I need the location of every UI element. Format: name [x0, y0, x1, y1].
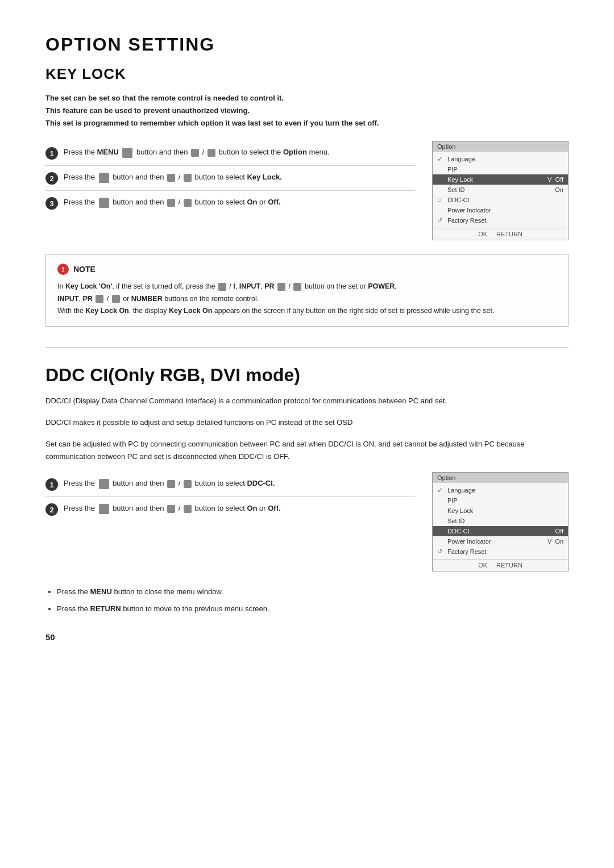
nav-right-icon-3: [184, 199, 192, 207]
ddc-osd-item-pip: PIP: [433, 495, 568, 506]
ddc-osd-empty-pi: [437, 537, 445, 545]
osd-item-setid: Set ID On: [433, 185, 568, 195]
note-btn-icon-4: [96, 295, 103, 303]
note-label: NOTE: [73, 265, 96, 274]
osd-title: Option: [433, 141, 568, 152]
ddc-step-number-2: 2: [45, 503, 58, 516]
note-btn-icon-1: [218, 283, 226, 291]
osd-return: RETURN: [496, 231, 522, 237]
note-text: In Key Lock 'On', if the set is turned o…: [57, 281, 557, 317]
ddc-ci-step-1: 1 Press the button and then / button to …: [45, 472, 415, 497]
ddc-ci-body-2: DDC/CI makes it possible to adjust and s…: [45, 416, 569, 429]
osd-setid-value: On: [555, 186, 563, 193]
osd-item-power-indicator: Power Indicator: [433, 205, 568, 215]
up-button-icon-3: [99, 198, 109, 208]
ddc-ci-title: DDC CI(Only RGB, DVI mode): [45, 365, 569, 386]
step-number-2: 2: [45, 172, 58, 185]
ddc-step-1-content: Press the button and then / button to se…: [64, 478, 415, 489]
osd-circle-icon: ○: [437, 196, 445, 204]
page-main-title: OPTION SETTING: [45, 34, 569, 55]
note-box: ! NOTE In Key Lock 'On', if the set is t…: [45, 254, 569, 327]
ddc-osd-item-power: Power Indicator V On: [433, 536, 568, 546]
note-header: ! NOTE: [57, 264, 557, 275]
ddc-nav-right-2: [184, 505, 192, 513]
ddc-ci-osd-screen: Option ✓ Language PIP Key Lock Set ID ○ …: [432, 472, 569, 571]
ddc-osd-check-icon: ✓: [437, 486, 445, 494]
up-button-icon: [99, 173, 109, 183]
osd-arrow-icon: ↺: [437, 216, 445, 224]
osd-keylock-value: V Off: [547, 176, 563, 183]
menu-button-icon: [122, 148, 132, 158]
ddc-osd-empty-kl: [437, 507, 445, 515]
step-1-content: Press the MENU button and then / button …: [64, 147, 415, 158]
key-lock-steps-panel: 1 Press the MENU button and then / butto…: [45, 141, 569, 240]
ddc-up-btn-2: [99, 504, 109, 514]
step-number-1: 1: [45, 147, 58, 160]
ddc-osd-power-value: V On: [547, 538, 563, 545]
nav-button-icon-2: [208, 149, 215, 157]
page-number: 50: [45, 632, 569, 642]
note-btn-icon-3: [293, 283, 301, 291]
osd-item-ddcci: ○ DDC-CI: [433, 195, 568, 205]
osd-item-keylock: Key Lock V Off: [433, 174, 568, 185]
ddc-osd-item-setid: Set ID: [433, 516, 568, 526]
footer-note-2: Press the RETURN button to move to the p…: [57, 602, 569, 615]
ddc-nav-left-2: [167, 505, 175, 513]
step-3-content: Press the button and then / button to se…: [64, 197, 415, 208]
step-number-3: 3: [45, 197, 58, 210]
osd-empty-icon-pi: [437, 206, 445, 214]
ddc-osd-item-ddcci: ○ DDC-CI Off: [433, 526, 568, 536]
ddc-osd-footer: OK RETURN: [433, 559, 568, 571]
note-btn-icon-5: [112, 295, 120, 303]
key-lock-steps-list: 1 Press the MENU button and then / butto…: [45, 141, 415, 240]
osd-empty-icon-pip: [437, 165, 445, 173]
osd-empty-icon-si: [437, 186, 445, 194]
note-btn-icon-2: [277, 283, 285, 291]
ddc-up-btn-1: [99, 479, 109, 489]
osd-item-pip: PIP: [433, 164, 568, 174]
osd-ok: OK: [478, 231, 487, 237]
ddc-step-number-1: 1: [45, 478, 58, 491]
ddc-ci-body-3: Set can be adjusted with PC by connectin…: [45, 438, 569, 463]
ddc-nav-right-1: [184, 480, 192, 488]
ddc-step-2-content: Press the button and then / button to se…: [64, 503, 415, 514]
ddc-ci-body-1: DDC/CI (Display Data Channel Command Int…: [45, 395, 569, 407]
footer-notes: Press the MENU button to close the menu …: [45, 585, 569, 615]
nav-button-icon: [191, 149, 199, 157]
ddc-osd-item-keylock: Key Lock: [433, 506, 568, 516]
ddc-osd-arrow-icon: ↺: [437, 548, 445, 556]
ddc-osd-item-factory: ↺ Factory Reset: [433, 546, 568, 557]
ddc-osd-empty-si: [437, 517, 445, 525]
osd-item-factory-reset: ↺ Factory Reset: [433, 215, 568, 226]
nav-left-icon: [167, 174, 175, 182]
key-lock-title: KEY LOCK: [45, 65, 569, 83]
note-icon: !: [57, 264, 69, 275]
ddc-osd-items: ✓ Language PIP Key Lock Set ID ○ DDC-CI …: [433, 483, 568, 559]
osd-empty-icon-kl: [437, 176, 445, 183]
nav-left-icon-3: [167, 199, 175, 207]
key-lock-step-1: 1 Press the MENU button and then / butto…: [45, 141, 415, 166]
osd-items: ✓ Language PIP Key Lock V Off Set ID On …: [433, 152, 568, 228]
step-2-content: Press the button and then / button to se…: [64, 172, 415, 183]
ddc-osd-ddcci-value: Off: [555, 528, 563, 535]
section-divider: [45, 347, 569, 348]
ddc-nav-left-1: [167, 480, 175, 488]
ddc-osd-ok: OK: [478, 562, 487, 569]
nav-right-icon: [184, 174, 192, 182]
ddc-osd-empty-pip: [437, 496, 445, 504]
footer-note-1: Press the MENU button to close the menu …: [57, 585, 569, 598]
ddc-ci-step-2: 2 Press the button and then / button to …: [45, 497, 415, 521]
ddc-osd-circle-icon: ○: [437, 527, 445, 535]
ddc-osd-item-language: ✓ Language: [433, 485, 568, 495]
osd-item-language: ✓ Language: [433, 154, 568, 164]
ddc-osd-return: RETURN: [496, 562, 522, 569]
ddc-ci-steps-panel: 1 Press the button and then / button to …: [45, 472, 569, 571]
osd-check-icon: ✓: [437, 155, 445, 163]
osd-footer: OK RETURN: [433, 228, 568, 240]
key-lock-intro: The set can be set so that the remote co…: [45, 92, 569, 130]
key-lock-osd-screen: Option ✓ Language PIP Key Lock V Off Set…: [432, 141, 569, 240]
key-lock-step-3: 3 Press the button and then / button to …: [45, 191, 415, 215]
ddc-ci-steps-list: 1 Press the button and then / button to …: [45, 472, 415, 571]
ddc-osd-title: Option: [433, 473, 568, 483]
key-lock-step-2: 2 Press the button and then / button to …: [45, 166, 415, 191]
